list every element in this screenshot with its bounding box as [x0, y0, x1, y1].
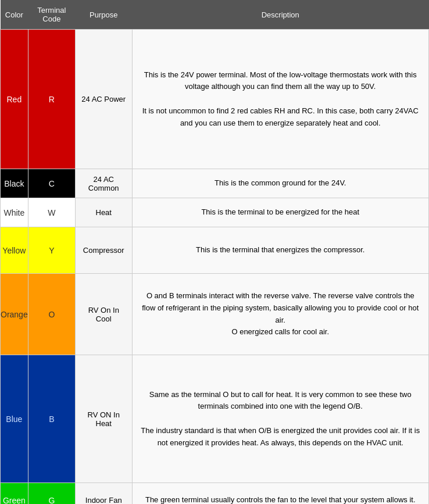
color-cell-black: Black	[1, 169, 28, 198]
purpose-cell-orange: RV On In Cool	[75, 274, 132, 355]
terminal-cell-white: W	[28, 198, 75, 227]
header-color: Color	[1, 0, 28, 30]
color-name-orange: Orange	[1, 310, 28, 319]
table-row-red: RedR24 AC PowerThis is the 24V power ter…	[1, 30, 429, 169]
purpose-cell-red: 24 AC Power	[75, 30, 132, 169]
purpose-cell-green: Indoor Fan	[75, 483, 132, 505]
desc-cell-green: The green terminal usually controls the …	[132, 483, 428, 505]
color-name-black: Black	[4, 179, 24, 188]
thermostat-terminal-table: Color Terminal Code Purpose Description …	[0, 0, 429, 504]
table-row-yellow: YellowYCompressorThis is the terminal th…	[1, 227, 429, 274]
color-cell-blue: Blue	[1, 355, 28, 483]
terminal-cell-red: R	[28, 30, 75, 169]
desc-cell-white: This is the terminal to be energized for…	[132, 198, 428, 227]
terminal-cell-black: C	[28, 169, 75, 198]
color-name-blue: Blue	[6, 414, 22, 424]
desc-cell-yellow: This is the terminal that energizes the …	[132, 227, 428, 274]
desc-cell-black: This is the common ground for the 24V.	[132, 169, 428, 198]
desc-cell-red: This is the 24V power terminal. Most of …	[132, 30, 428, 169]
purpose-cell-yellow: Compressor	[75, 227, 132, 274]
terminal-cell-blue: B	[28, 355, 75, 483]
purpose-cell-white: Heat	[75, 198, 132, 227]
terminal-cell-orange: O	[28, 274, 75, 355]
table-row-green: GreenGIndoor FanThe green terminal usual…	[1, 483, 429, 505]
color-name-white: White	[3, 208, 24, 217]
terminal-cell-yellow: Y	[28, 227, 75, 274]
color-name-green: Green	[3, 496, 26, 505]
color-cell-green: Green	[1, 483, 28, 505]
terminal-cell-green: G	[28, 483, 75, 505]
table-row-black: BlackC24 AC CommonThis is the common gro…	[1, 169, 429, 198]
header-purpose: Purpose	[75, 0, 132, 30]
color-cell-white: White	[1, 198, 28, 227]
purpose-cell-blue: RV ON In Heat	[75, 355, 132, 483]
header-description: Description	[132, 0, 428, 30]
header-terminal: Terminal Code	[28, 0, 75, 30]
purpose-cell-black: 24 AC Common	[75, 169, 132, 198]
color-cell-yellow: Yellow	[1, 227, 28, 274]
desc-cell-orange: O and B terminals interact with the reve…	[132, 274, 428, 355]
color-cell-red: Red	[1, 30, 28, 169]
table-row-orange: OrangeORV On In CoolO and B terminals in…	[1, 274, 429, 355]
color-name-yellow: Yellow	[2, 246, 26, 255]
table-row-white: WhiteWHeatThis is the terminal to be ene…	[1, 198, 429, 227]
color-cell-orange: Orange	[1, 274, 28, 355]
table-row-blue: BlueBRV ON In HeatSame as the terminal O…	[1, 355, 429, 483]
color-name-red: Red	[7, 95, 22, 104]
desc-cell-blue: Same as the terminal O but to call for h…	[132, 355, 428, 483]
